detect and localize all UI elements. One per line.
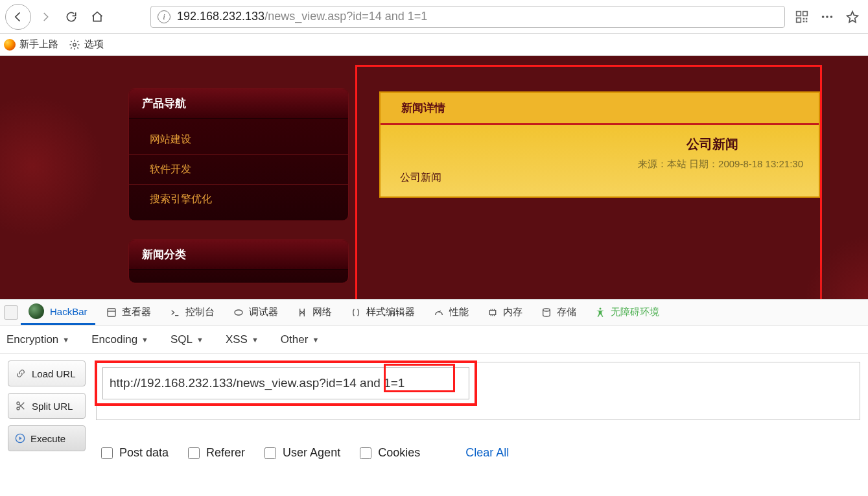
sidebar-category-header: 新闻分类 (129, 240, 348, 270)
svg-rect-13 (489, 310, 495, 314)
split-url-button[interactable]: Split URL (8, 393, 86, 419)
tab-label: 内存 (503, 306, 522, 318)
check-post-data[interactable]: Post data (101, 446, 169, 460)
reload-button[interactable] (60, 5, 83, 29)
hackbar-menu-row: Encryption▼ Encoding▼ SQL▼ XSS▼ Other▼ (0, 325, 868, 354)
button-label: Load URL (32, 368, 76, 379)
news-header: 新闻详情 (381, 93, 819, 125)
menu-sql[interactable]: SQL▼ (170, 333, 204, 346)
sidebar-item-seo[interactable]: 搜索引擎优化 (129, 185, 348, 214)
menu-other[interactable]: Other▼ (281, 333, 319, 346)
hackbar-button-column: Load URL Split URL Execute (8, 360, 86, 460)
check-label: Referer (206, 446, 245, 460)
style-icon (350, 307, 362, 318)
svg-point-15 (599, 307, 601, 309)
console-icon (169, 307, 181, 318)
tab-debugger[interactable]: 调试器 (225, 300, 286, 325)
tab-hackbar[interactable]: HackBar (21, 300, 95, 325)
tab-console[interactable]: 控制台 (161, 300, 222, 325)
devtools-panel: HackBar 查看器 控制台 调试器 网络 样式编辑器 性能 内存 (0, 299, 868, 470)
forward-button[interactable] (34, 5, 57, 29)
clear-all-link[interactable]: Clear All (465, 446, 509, 460)
menu-encoding[interactable]: Encoding▼ (91, 333, 148, 346)
page-sidebar: 产品导航 网站建设 软件开发 搜索引擎优化 新闻分类 (128, 88, 349, 299)
sidebar-panel-category: 新闻分类 (128, 239, 349, 283)
check-label: User Agent (283, 446, 340, 460)
tab-label: 样式编辑器 (366, 306, 415, 318)
checkbox[interactable] (360, 447, 371, 459)
execute-button[interactable]: Execute (8, 425, 86, 451)
url-path: /news_view.asp?id=14 and 1=1 (264, 10, 427, 23)
devtools-tabs: HackBar 查看器 控制台 调试器 网络 样式编辑器 性能 内存 (0, 300, 868, 325)
bookmark-star-icon[interactable] (846, 10, 859, 23)
check-user-agent[interactable]: User Agent (264, 446, 340, 460)
svg-rect-1 (803, 11, 808, 16)
menu-label: Other (281, 333, 309, 346)
home-button[interactable] (86, 5, 109, 29)
highlight-box-url (95, 360, 477, 406)
devtools-dropdown-icon[interactable] (4, 305, 18, 320)
menu-label: SQL (170, 333, 193, 346)
bookmarks-bar: 新手上路 选项 (0, 34, 868, 56)
svg-point-14 (543, 309, 550, 311)
svg-point-7 (822, 16, 825, 18)
sidebar-item-web[interactable]: 网站建设 (129, 125, 348, 155)
performance-icon (433, 307, 445, 318)
caret-icon: ▼ (62, 336, 69, 344)
caret-icon: ▼ (252, 336, 259, 344)
svg-rect-2 (797, 18, 801, 22)
svg-point-17 (17, 407, 19, 410)
hackbar-logo-icon (29, 303, 44, 319)
tab-label: 查看器 (122, 306, 151, 318)
bookmark-options[interactable]: 选项 (69, 38, 104, 51)
debugger-icon (233, 307, 244, 318)
check-label: Cookies (378, 446, 420, 460)
site-info-icon[interactable]: i (158, 10, 170, 23)
checkbox[interactable] (101, 447, 113, 459)
hackbar-right: Post data Referer User Agent Cookies Cle… (95, 360, 860, 460)
news-body-text: 公司新闻 (400, 171, 441, 185)
tab-accessibility[interactable]: 无障碍环境 (587, 300, 667, 325)
menu-xss[interactable]: XSS▼ (226, 333, 259, 346)
bookmark-getting-started[interactable]: 新手上路 (4, 38, 58, 51)
news-meta: 来源：本站 日期：2009-8-18 13:21:30 (396, 158, 803, 171)
tab-storage[interactable]: 存储 (533, 300, 584, 325)
check-label: Post data (119, 446, 169, 460)
back-button[interactable] (5, 4, 31, 30)
check-cookies[interactable]: Cookies (360, 446, 420, 460)
highlight-box-outer: 新闻详情 公司新闻 来源：本站 日期：2009-8-18 13:21:30 公司… (355, 65, 822, 299)
tab-memory[interactable]: 内存 (479, 300, 530, 325)
bookmark-label: 新手上路 (19, 38, 58, 51)
tab-inspector[interactable]: 查看器 (98, 300, 159, 325)
scissors-icon (15, 401, 27, 411)
hackbar-url-input[interactable] (102, 367, 469, 399)
tab-performance[interactable]: 性能 (425, 300, 476, 325)
button-label: Execute (30, 433, 65, 444)
browser-toolbar: i 192.168.232.133/news_view.asp?id=14 an… (0, 0, 868, 34)
tab-label: 网络 (312, 306, 332, 318)
svg-rect-6 (806, 20, 808, 22)
sidebar-item-software[interactable]: 软件开发 (129, 155, 348, 185)
page-actions-icon[interactable] (820, 10, 834, 24)
url-bar[interactable]: i 192.168.232.133/news_view.asp?id=14 an… (150, 6, 785, 28)
menu-encryption[interactable]: Encryption▼ (6, 333, 69, 346)
checkbox[interactable] (264, 447, 276, 459)
url-text: 192.168.232.133/news_view.asp?id=14 and … (177, 10, 427, 23)
tab-label: 性能 (449, 306, 469, 318)
check-referer[interactable]: Referer (188, 446, 245, 460)
svg-point-16 (17, 402, 19, 405)
hackbar-url-container (96, 362, 860, 420)
load-url-button[interactable]: Load URL (8, 360, 86, 386)
svg-rect-4 (806, 18, 808, 19)
checkbox[interactable] (188, 447, 200, 459)
accessibility-icon (594, 307, 606, 318)
caret-icon: ▼ (312, 336, 319, 344)
qr-icon[interactable] (795, 10, 808, 23)
tab-network[interactable]: 网络 (288, 300, 340, 325)
page-content: 产品导航 网站建设 软件开发 搜索引擎优化 新闻分类 新闻详情 公司新闻 来源：… (0, 56, 868, 299)
tab-style-editor[interactable]: 样式编辑器 (342, 300, 423, 325)
tab-label: 调试器 (249, 306, 278, 318)
news-title: 公司新闻 (396, 136, 803, 153)
storage-icon (541, 307, 552, 318)
network-icon (296, 307, 308, 318)
